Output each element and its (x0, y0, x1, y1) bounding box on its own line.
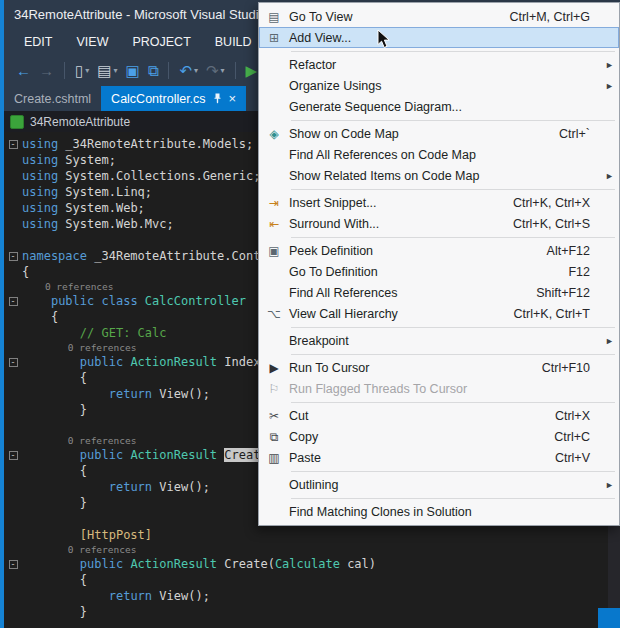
menu-item-refactor[interactable]: Refactor► (259, 54, 619, 75)
menu-item-shortcut: Ctrl+K, Ctrl+T (514, 307, 590, 321)
fold-gutter: - (4, 556, 22, 572)
submenu-arrow-icon: ► (602, 171, 614, 181)
fold-toggle-icon[interactable]: - (9, 451, 18, 460)
code-line: [HttpPost] (4, 527, 620, 543)
menu-item-peek-definition[interactable]: ▣Peek DefinitionAlt+F12 (259, 240, 619, 261)
menu-item-add-view[interactable]: ⊞Add View... (259, 27, 619, 48)
menu-item-shortcut: Ctrl+C (554, 430, 590, 444)
menu-item-find-all-references-on-code-map[interactable]: Find All References on Code Map (259, 144, 619, 165)
menu-item-outlining[interactable]: Outlining► (259, 474, 619, 495)
menu-item-label: Find Matching Clones in Solution (289, 505, 602, 519)
add-item-button[interactable]: ▤▾ (97, 63, 117, 78)
menubar-item-project[interactable]: PROJECT (120, 32, 202, 52)
submenu-arrow-icon: ► (602, 336, 614, 346)
fold-gutter: - (4, 136, 22, 152)
fold-gutter (4, 325, 22, 341)
code-token: Create( (217, 557, 275, 571)
menu-item-copy[interactable]: ⧉CopyCtrl+C (259, 426, 619, 447)
menu-item-paste[interactable]: ▥PasteCtrl+V (259, 447, 619, 468)
code-token: ActionResult (130, 557, 217, 571)
breadcrumb-label: 34RemoteAttribute (30, 115, 130, 129)
code-token: System; (65, 153, 116, 167)
fold-toggle-icon[interactable]: - (9, 358, 18, 367)
menubar-item-view[interactable]: VIEW (64, 32, 120, 52)
menu-item-label: Outlining (289, 478, 602, 492)
menu-item-run-to-cursor[interactable]: ▶Run To CursorCtrl+F10 (259, 357, 619, 378)
menu-item-label: Add View... (289, 31, 602, 45)
menu-item-insert-snippet[interactable]: ⇥Insert Snippet...Ctrl+K, Ctrl+X (259, 192, 619, 213)
menu-item-breakpoint[interactable]: Breakpoint► (259, 330, 619, 351)
dropdown-caret-icon: ▾ (221, 66, 225, 75)
code-line: { (4, 572, 620, 588)
menu-item-go-to-definition[interactable]: Go To DefinitionF12 (259, 261, 619, 282)
menu-item-generate-sequence-diagram[interactable]: Generate Sequence Diagram... (259, 96, 619, 117)
fold-gutter (4, 341, 22, 354)
menu-item-label: View Call Hierarchy (289, 307, 514, 321)
context-menu: ▤Go To ViewCtrl+M, Ctrl+G⊞Add View...Ref… (258, 2, 620, 526)
menu-item-find-all-references[interactable]: Find All ReferencesShift+F12 (259, 282, 619, 303)
code-text: 0 references (22, 543, 620, 556)
menu-item-label: Copy (289, 430, 554, 444)
fold-gutter: - (4, 354, 22, 370)
fold-toggle-icon[interactable]: - (9, 140, 18, 149)
fold-gutter (4, 495, 22, 511)
peek-definition-icon: ▣ (259, 245, 289, 257)
menu-item-go-to-view[interactable]: ▤Go To ViewCtrl+M, Ctrl+G (259, 6, 619, 27)
run-flagged-icon: ⚐ (259, 383, 289, 395)
save-all-button[interactable]: ⧉ (148, 63, 159, 78)
navigate-forward-button[interactable]: → (39, 63, 54, 78)
menu-separator (291, 354, 615, 355)
menu-item-shortcut: Alt+F12 (547, 244, 590, 258)
menubar-item-edit[interactable]: EDIT (12, 32, 64, 52)
navigate-back-button[interactable]: ← (16, 63, 31, 78)
menu-item-show-related-items-on-code-map[interactable]: Show Related Items on Code Map► (259, 165, 619, 186)
fold-gutter: - (4, 447, 22, 463)
menu-item-shortcut: Shift+F12 (536, 286, 590, 300)
fold-toggle-icon[interactable]: - (9, 560, 18, 569)
menu-item-shortcut: Ctrl+X (555, 409, 590, 423)
fold-toggle-icon[interactable]: - (9, 297, 18, 306)
menu-separator (291, 51, 615, 52)
redo-button[interactable]: ↷▾ (206, 63, 225, 78)
menu-item-find-matching-clones-in-solution[interactable]: Find Matching Clones in Solution (259, 501, 619, 522)
fold-gutter (4, 264, 22, 280)
menu-item-view-call-hierarchy[interactable]: ⌥View Call HierarchyCtrl+K, Ctrl+T (259, 303, 619, 324)
menu-item-label: Go To View (289, 10, 509, 24)
code-token: public class (51, 294, 145, 308)
menu-item-label: Refactor (289, 58, 602, 72)
save-button[interactable]: ▣ (125, 63, 139, 78)
fold-gutter (4, 152, 22, 168)
menu-item-label: Find All References (289, 286, 536, 300)
tab-label: CalcController.cs (111, 92, 205, 106)
code-line: return View(); (4, 588, 620, 604)
menubar-item-build[interactable]: BUILD (203, 32, 264, 52)
codelens-line: 0 references (4, 543, 620, 556)
new-file-button[interactable]: ▯▾ (75, 63, 89, 78)
code-token: Calculate (275, 557, 340, 571)
start-debug-button[interactable]: ▶ (246, 63, 258, 78)
pin-icon[interactable] (213, 93, 222, 104)
dropdown-caret-icon: ▾ (194, 66, 198, 75)
tab-calccontroller-cs[interactable]: CalcController.cs × (101, 86, 246, 111)
undo-button[interactable]: ↶▾ (179, 63, 198, 78)
code-token: View(); (152, 387, 210, 401)
menu-item-show-on-code-map[interactable]: ◈Show on Code MapCtrl+` (259, 123, 619, 144)
scrollbar-corner[interactable] (598, 608, 620, 628)
menu-item-run-flagged-threads-to-cursor[interactable]: ⚐Run Flagged Threads To Cursor (259, 378, 619, 399)
csharp-project-icon (10, 115, 24, 129)
menu-item-label: Run Flagged Threads To Cursor (289, 382, 602, 396)
menu-item-surround-with[interactable]: ⇤Surround With...Ctrl+K, Ctrl+S (259, 213, 619, 234)
code-token (22, 294, 51, 308)
fold-gutter: - (4, 293, 22, 309)
close-tab-icon[interactable]: × (229, 92, 237, 105)
menu-item-organize-usings[interactable]: Organize Usings► (259, 75, 619, 96)
code-text: { (22, 572, 620, 588)
menu-item-cut[interactable]: ✂CutCtrl+X (259, 405, 619, 426)
fold-gutter: - (4, 248, 22, 264)
fold-toggle-icon[interactable]: - (9, 252, 18, 261)
tab-create-cshtml[interactable]: Create.cshtml (4, 86, 101, 111)
tab-label: Create.cshtml (14, 92, 91, 106)
menu-item-label: Breakpoint (289, 334, 602, 348)
toolbar-separator (64, 62, 65, 79)
fold-gutter (4, 511, 22, 527)
